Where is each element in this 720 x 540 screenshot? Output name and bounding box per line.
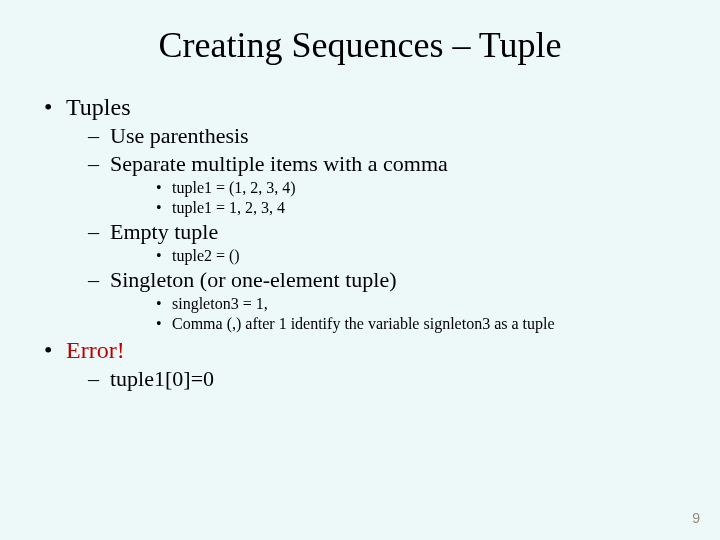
bullet-separate-comma-label: Separate multiple items with a comma [110, 151, 448, 176]
example-tuple1-paren: tuple1 = (1, 2, 3, 4) [110, 179, 680, 197]
bullet-list-level3-empty: tuple2 = () [110, 247, 680, 265]
bullet-singleton-label: Singleton (or one-element tuple) [110, 267, 397, 292]
page-number: 9 [692, 510, 700, 526]
bullet-list-level1: Tuples Use parenthesis Separate multiple… [40, 94, 680, 392]
slide: Creating Sequences – Tuple Tuples Use pa… [0, 0, 720, 540]
example-error-line: tuple1[0]=0 [66, 366, 680, 392]
bullet-list-level3: tuple1 = (1, 2, 3, 4) tuple1 = 1, 2, 3, … [110, 179, 680, 217]
bullet-list-level2: Use parenthesis Separate multiple items … [66, 123, 680, 333]
bullet-list-level2-error: tuple1[0]=0 [66, 366, 680, 392]
bullet-list-level3-singleton: singleton3 = 1, Comma (,) after 1 identi… [110, 295, 680, 333]
bullet-empty-tuple: Empty tuple tuple2 = () [66, 219, 680, 265]
example-singleton: singleton3 = 1, [110, 295, 680, 313]
slide-title: Creating Sequences – Tuple [40, 24, 680, 66]
bullet-tuples: Tuples Use parenthesis Separate multiple… [40, 94, 680, 333]
bullet-use-parenthesis: Use parenthesis [66, 123, 680, 149]
bullet-empty-tuple-label: Empty tuple [110, 219, 218, 244]
bullet-tuples-label: Tuples [66, 94, 130, 120]
example-tuple1-noparen: tuple1 = 1, 2, 3, 4 [110, 199, 680, 217]
bullet-singleton: Singleton (or one-element tuple) singlet… [66, 267, 680, 333]
bullet-error-label: Error! [66, 337, 125, 363]
bullet-error: Error! tuple1[0]=0 [40, 337, 680, 392]
bullet-separate-comma: Separate multiple items with a comma tup… [66, 151, 680, 217]
example-singleton-note: Comma (,) after 1 identify the variable … [110, 315, 680, 333]
example-empty-tuple: tuple2 = () [110, 247, 680, 265]
